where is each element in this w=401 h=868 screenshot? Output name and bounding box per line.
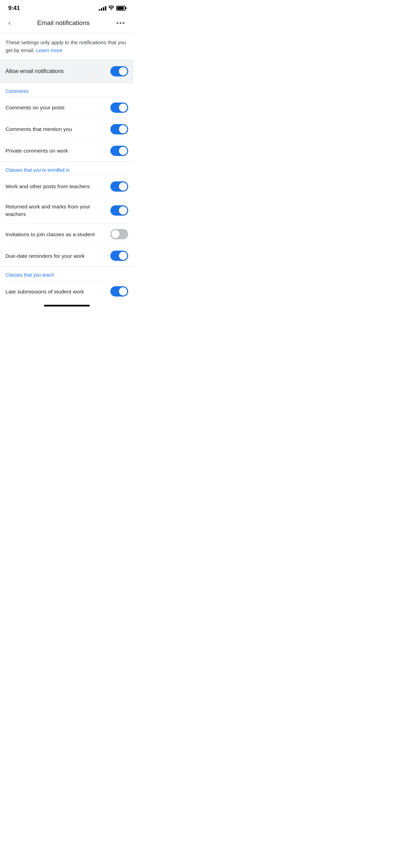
wifi-icon xyxy=(108,5,114,11)
returned-work-row: Returned work and marks from your teache… xyxy=(5,197,128,223)
status-time: 9:41 xyxy=(8,5,20,12)
teach-section: Classes that you teach Late submissions … xyxy=(0,267,134,302)
allow-email-notifications-row: Allow email notifications xyxy=(5,60,128,83)
late-submissions-label: Late submissions of student work xyxy=(5,288,110,296)
private-comments-label: Private comments on work xyxy=(5,147,110,155)
comments-mention-toggle[interactable] xyxy=(110,124,128,134)
returned-work-label: Returned work and marks from your teache… xyxy=(5,203,110,218)
late-submissions-row: Late submissions of student work xyxy=(5,280,128,302)
more-button[interactable]: ••• xyxy=(113,18,128,28)
late-submissions-toggle[interactable] xyxy=(110,286,128,297)
nav-bar: ‹ Email notifications ••• xyxy=(0,14,134,33)
description-section: These settings only apply to the notific… xyxy=(0,33,134,60)
home-indicator xyxy=(0,302,134,309)
back-button[interactable]: ‹ xyxy=(5,17,13,29)
comments-on-posts-toggle[interactable] xyxy=(110,103,128,113)
description-text: These settings only apply to the notific… xyxy=(5,39,126,53)
signal-icon xyxy=(99,6,106,11)
private-comments-toggle[interactable] xyxy=(110,146,128,156)
battery-icon xyxy=(116,6,125,11)
home-bar xyxy=(44,305,90,306)
invitations-toggle[interactable] xyxy=(110,229,128,239)
page-title: Email notifications xyxy=(37,19,90,27)
comments-section-header: Comments xyxy=(5,83,128,97)
comments-mention-row: Comments that mention you xyxy=(5,118,128,140)
due-date-label: Due-date reminders for your work xyxy=(5,252,110,260)
comments-mention-label: Comments that mention you xyxy=(5,125,110,133)
work-posts-toggle[interactable] xyxy=(110,181,128,192)
allow-email-label: Allow email notifications xyxy=(5,68,110,74)
returned-work-toggle[interactable] xyxy=(110,205,128,216)
comments-on-posts-row: Comments on your posts xyxy=(5,97,128,118)
comments-section: Comments Comments on your posts Comments… xyxy=(0,83,134,162)
invitations-row: Invitations to join classes as a student xyxy=(5,223,128,245)
work-posts-label: Work and other posts from teachers xyxy=(5,183,110,190)
comments-on-posts-label: Comments on your posts xyxy=(5,104,110,111)
enrolled-section: Classes that you're enrolled in Work and… xyxy=(0,162,134,267)
learn-more-link[interactable]: Learn more xyxy=(36,47,62,53)
allow-email-toggle[interactable] xyxy=(110,66,128,76)
invitations-label: Invitations to join classes as a student xyxy=(5,231,110,238)
allow-toggle-section: Allow email notifications xyxy=(0,60,134,83)
due-date-toggle[interactable] xyxy=(110,251,128,261)
teach-section-header: Classes that you teach xyxy=(5,267,128,280)
status-bar: 9:41 xyxy=(0,0,134,14)
private-comments-row: Private comments on work xyxy=(5,140,128,161)
due-date-row: Due-date reminders for your work xyxy=(5,245,128,266)
work-posts-row: Work and other posts from teachers xyxy=(5,176,128,197)
status-icons xyxy=(99,5,125,11)
enrolled-section-header: Classes that you're enrolled in xyxy=(5,162,128,176)
